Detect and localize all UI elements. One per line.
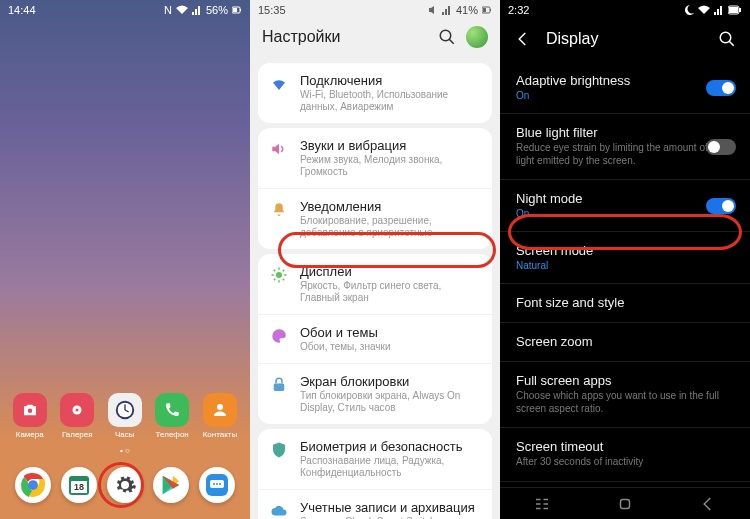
contacts-icon: [211, 401, 229, 419]
play-icon: [160, 474, 182, 496]
row-sub: Яркость, Фильтр синего света, Главный эк…: [300, 280, 480, 304]
row-sub: Тип блокировки экрана, Always On Display…: [300, 390, 480, 414]
settings-row-connections[interactable]: Подключения Wi-Fi, Bluetooth, Использова…: [258, 63, 492, 123]
row-title: Биометрия и безопасность: [300, 439, 480, 454]
app-label: Галерея: [62, 430, 93, 439]
row-sub: After 30 seconds of inactivity: [516, 456, 734, 469]
settings-row-biometrics[interactable]: Биометрия и безопасность Распознавание л…: [258, 429, 492, 489]
display-screen: 2:32 Display Adaptive brightness On Blue…: [500, 0, 750, 519]
wifi-icon: [176, 5, 188, 15]
svg-point-23: [440, 30, 451, 41]
dock-chrome[interactable]: [15, 467, 51, 503]
avatar[interactable]: [466, 26, 488, 48]
home-button[interactable]: [616, 495, 634, 513]
settings-header: Настройки: [250, 20, 500, 58]
svg-rect-22: [490, 9, 491, 11]
app-label: Телефон: [156, 430, 189, 439]
settings-row-accounts[interactable]: Учетные записи и архивация Samsung Cloud…: [258, 489, 492, 519]
settings-row-notifications[interactable]: Уведомления Блокирование, разрешение, до…: [258, 188, 492, 249]
app-gallery[interactable]: Галерея: [60, 393, 94, 439]
row-adaptive-brightness[interactable]: Adaptive brightness On: [500, 62, 750, 114]
settings-row-sounds[interactable]: Звуки и вибрация Режим звука, Мелодия зв…: [258, 128, 492, 188]
row-screen-timeout[interactable]: Screen timeout After 30 seconds of inact…: [500, 428, 750, 482]
dock-calendar[interactable]: 18: [61, 467, 97, 503]
row-title: Подключения: [300, 73, 480, 88]
lock-icon: [270, 376, 288, 394]
battery-icon: [232, 5, 242, 15]
status-icons: [684, 5, 742, 15]
row-title: Adaptive brightness: [516, 73, 734, 88]
row-title: Обои и темы: [300, 325, 480, 340]
shield-icon: [270, 441, 288, 459]
settings-card: Дисплей Яркость, Фильтр синего света, Гл…: [258, 254, 492, 424]
svg-rect-30: [620, 499, 629, 508]
svg-point-8: [217, 404, 223, 410]
home-icon-row: Камера Галерея Часы Телефон Контакты: [0, 393, 250, 439]
back-button[interactable]: [699, 495, 717, 513]
row-screen-zoom[interactable]: Screen zoom: [500, 323, 750, 362]
settings-row-themes[interactable]: Обои и темы Обои, темы, значки: [258, 314, 492, 363]
row-title: Font size and style: [516, 295, 734, 310]
settings-card: Биометрия и безопасность Распознавание л…: [258, 429, 492, 519]
status-icons: N 56%: [164, 4, 242, 16]
clock-icon: [114, 399, 136, 421]
app-camera[interactable]: Камера: [13, 393, 47, 439]
settings-row-display[interactable]: Дисплей Яркость, Фильтр синего света, Гл…: [258, 254, 492, 314]
toggle-switch[interactable]: [706, 80, 736, 96]
page-title: Настройки: [262, 28, 340, 46]
row-title: Уведомления: [300, 199, 480, 214]
signal-icon: [192, 5, 202, 15]
camera-icon: [21, 401, 39, 419]
signal-icon: [442, 5, 452, 15]
bell-icon: [270, 201, 288, 219]
app-label: Камера: [16, 430, 44, 439]
row-title: Учетные записи и архивация: [300, 500, 480, 515]
status-icons: 41%: [428, 4, 492, 16]
svg-rect-21: [483, 8, 486, 12]
svg-point-18: [216, 483, 218, 485]
recents-button[interactable]: [533, 495, 551, 513]
toggle-switch[interactable]: [706, 198, 736, 214]
page-title: Display: [546, 30, 704, 48]
status-time: 2:32: [508, 4, 529, 16]
messages-icon: [204, 472, 230, 498]
svg-rect-1: [233, 8, 237, 12]
svg-point-29: [720, 32, 731, 43]
sound-icon: [270, 140, 288, 158]
moon-icon: [684, 5, 694, 15]
row-night-mode[interactable]: Night mode On: [500, 180, 750, 232]
row-value: On: [516, 90, 734, 101]
android-navbar: [500, 487, 750, 519]
row-title: Screen mode: [516, 243, 734, 258]
calendar-icon: 18: [66, 472, 92, 498]
row-font[interactable]: Font size and style: [500, 284, 750, 323]
svg-point-17: [213, 483, 215, 485]
app-phone[interactable]: Телефон: [155, 393, 189, 439]
row-screen-mode[interactable]: Screen mode Natural: [500, 232, 750, 284]
settings-row-lockscreen[interactable]: Экран блокировки Тип блокировки экрана, …: [258, 363, 492, 424]
row-fullscreen-apps[interactable]: Full screen apps Choose which apps you w…: [500, 362, 750, 428]
toggle-switch[interactable]: [706, 139, 736, 155]
svg-rect-25: [274, 384, 285, 392]
svg-rect-27: [729, 7, 738, 13]
back-icon[interactable]: [514, 30, 532, 48]
row-sub: Обои, темы, значки: [300, 341, 480, 353]
row-title: Screen zoom: [516, 334, 734, 349]
row-title: Звуки и вибрация: [300, 138, 480, 153]
row-value: On: [516, 208, 734, 219]
svg-point-19: [219, 483, 221, 485]
row-sub: Wi-Fi, Bluetooth, Использование данных, …: [300, 89, 480, 113]
app-clock[interactable]: Часы: [108, 393, 142, 439]
search-icon[interactable]: [438, 28, 456, 46]
row-blue-light[interactable]: Blue light filter Reduce eye strain by l…: [500, 114, 750, 180]
display-header: Display: [500, 20, 750, 62]
dock-settings[interactable]: [107, 467, 143, 503]
brightness-icon: [270, 266, 288, 284]
dock-play[interactable]: [153, 467, 189, 503]
status-bar: 15:35 41%: [250, 0, 500, 20]
svg-text:18: 18: [74, 482, 84, 492]
search-icon[interactable]: [718, 30, 736, 48]
dock-messages[interactable]: [199, 467, 235, 503]
cloud-icon: [270, 502, 288, 519]
app-contacts[interactable]: Контакты: [203, 393, 238, 439]
